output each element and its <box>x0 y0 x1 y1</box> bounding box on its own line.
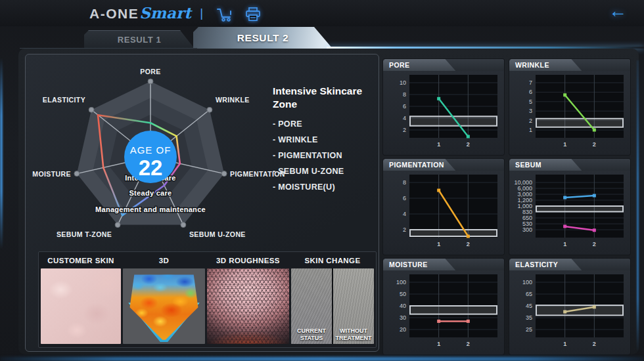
svg-text:1: 1 <box>437 341 440 347</box>
comparison-headers: CUSTOMER SKIN 3D 3D ROUGHNESS SKIN CHANG… <box>39 252 376 268</box>
chart-panel-pore: PORE10864212 <box>383 59 504 155</box>
svg-text:8: 8 <box>403 91 406 98</box>
left-edge-glow <box>0 58 3 249</box>
chart-plot: 10864212 <box>383 72 504 155</box>
svg-text:10: 10 <box>400 79 406 86</box>
chart-plot: 10,0006,0003,0001,2001,00083065053030012 <box>509 172 630 255</box>
svg-text:6: 6 <box>403 195 406 202</box>
zone-item: - MOISTURE(U) <box>273 182 386 192</box>
chart-title: WRINKLE <box>515 61 549 69</box>
svg-text:300: 300 <box>522 226 532 233</box>
zone-item: - PIGMENTATION <box>273 151 386 160</box>
svg-text:7: 7 <box>529 79 532 86</box>
chart-title-tab: MOISTURE <box>383 259 455 270</box>
svg-text:2: 2 <box>403 127 406 133</box>
chart-header: WRINKLE <box>509 59 630 71</box>
svg-text:1: 1 <box>437 241 440 247</box>
chart-title: ELASTICITY <box>515 261 558 268</box>
skin-change-current-image: CURRENT STATUS <box>291 268 332 344</box>
chart-title: MOISTURE <box>389 261 428 268</box>
3d-image-surface <box>127 270 201 341</box>
chart-title-tab: PIGMENTATION <box>383 159 455 171</box>
back-arrow-icon[interactable]: ← <box>609 1 627 22</box>
ring-label: Steady care <box>129 189 172 197</box>
comparison-strip: CUSTOMER SKIN 3D 3D ROUGHNESS SKIN CHANG… <box>38 251 377 348</box>
svg-text:1: 1 <box>529 127 532 133</box>
skin-change-without-label: WITHOUT TREATMENT <box>333 328 374 342</box>
chart-title-tab: PORE <box>383 59 455 71</box>
chart-header: PORE <box>383 59 504 71</box>
svg-text:3: 3 <box>529 108 532 114</box>
chart-title-tab: SEBUM <box>509 159 582 171</box>
column-header-3d: 3D <box>123 257 205 265</box>
tab-result-1[interactable]: RESULT 1 <box>84 30 195 49</box>
radar-axis-label: SEBUM U-ZONE <box>189 230 246 238</box>
svg-text:4: 4 <box>403 115 406 121</box>
radar-axis-label: ELASTICITY <box>43 96 85 104</box>
chart-panel-moisture: MOISTURE1005040302012 <box>383 259 504 354</box>
svg-text:2: 2 <box>593 241 596 247</box>
svg-text:1: 1 <box>563 141 566 148</box>
skincare-zone-title: Intensive Skincare Zone <box>273 85 386 111</box>
svg-text:40: 40 <box>400 303 406 309</box>
column-header-skin-change: SKIN CHANGE <box>291 257 374 265</box>
chart-title: PIGMENTATION <box>389 161 444 169</box>
svg-text:2: 2 <box>529 117 532 124</box>
skin-change-current-label: CURRENT STATUS <box>291 328 332 342</box>
svg-text:100: 100 <box>396 279 406 286</box>
svg-text:65: 65 <box>526 291 532 297</box>
3d-roughness-image <box>207 268 289 344</box>
cart-icon[interactable] <box>216 7 234 25</box>
column-header-customer-skin: CUSTOMER SKIN <box>41 257 121 265</box>
skin-change-without-image: WITHOUT TREATMENT <box>333 268 374 344</box>
svg-text:4: 4 <box>403 211 406 217</box>
column-header-3d-roughness: 3D ROUGHNESS <box>207 257 289 265</box>
chart-header: ELASTICITY <box>509 259 630 270</box>
svg-text:1: 1 <box>563 241 566 247</box>
svg-text:5: 5 <box>529 98 532 105</box>
mini-charts-grid: PORE10864212WRINKLE76532112PIGMENTATION8… <box>383 59 630 354</box>
svg-text:50: 50 <box>400 291 406 297</box>
svg-text:8: 8 <box>403 179 406 186</box>
3d-image <box>123 268 205 344</box>
topbar-divider: | <box>200 6 203 20</box>
age-of-label: AGE OF <box>130 144 172 156</box>
svg-text:2: 2 <box>593 341 596 347</box>
chart-plot: 864212 <box>383 172 504 255</box>
svg-text:6: 6 <box>529 89 532 95</box>
chart-panel-elasticity: ELASTICITY1006545352512 <box>509 259 630 354</box>
zone-item: - WRINKLE <box>273 135 386 144</box>
svg-text:2: 2 <box>467 241 470 247</box>
printer-icon[interactable] <box>244 7 262 25</box>
brand-accent-text: Smart <box>139 4 191 22</box>
chart-header: PIGMENTATION <box>383 159 504 171</box>
chart-plot: 1005040302012 <box>383 272 504 354</box>
brand-logo: A-ONESmart | <box>89 4 265 25</box>
chart-plot: 76532112 <box>509 72 630 155</box>
chart-panel-sebum: SEBUM10,0006,0003,0001,2001,000830650530… <box>509 159 630 255</box>
topbar: A-ONESmart | ← <box>0 0 644 26</box>
skincare-zone-block: Intensive Skincare Zone - PORE- WRINKLE-… <box>273 85 386 198</box>
comparison-images: CURRENT STATUS WITHOUT TREATMENT <box>39 268 376 344</box>
chart-header: MOISTURE <box>383 259 504 270</box>
radar-axis-label: SEBUM T-ZONE <box>57 230 112 238</box>
svg-text:35: 35 <box>526 314 532 321</box>
chart-panel-wrinkle: WRINKLE76532112 <box>509 59 630 155</box>
skin-change-image: CURRENT STATUS WITHOUT TREATMENT <box>291 268 374 344</box>
radar-axis-label: PORE <box>140 68 160 75</box>
chart-plot: 1006545352512 <box>509 272 630 354</box>
tab-result-2[interactable]: RESULT 2 <box>193 27 333 49</box>
skincare-zone-list: - PORE- WRINKLE- PIGMENTATION- SEBUM U-Z… <box>273 119 386 192</box>
chart-title: SEBUM <box>515 161 541 169</box>
age-value: 22 <box>139 156 163 180</box>
radar-axis-label: WRINKLE <box>216 96 250 104</box>
customer-skin-image <box>41 268 121 344</box>
chart-title: PORE <box>389 61 409 69</box>
svg-text:2: 2 <box>593 141 596 148</box>
ring-label: Management and maintenance <box>95 205 206 213</box>
chart-panel-pigmentation: PIGMENTATION864212 <box>383 159 504 255</box>
bottom-edge-glow <box>0 357 644 361</box>
analysis-panel: Intensive careSteady careManagement and … <box>25 54 379 352</box>
svg-text:2: 2 <box>467 341 470 347</box>
svg-text:1: 1 <box>563 341 566 347</box>
